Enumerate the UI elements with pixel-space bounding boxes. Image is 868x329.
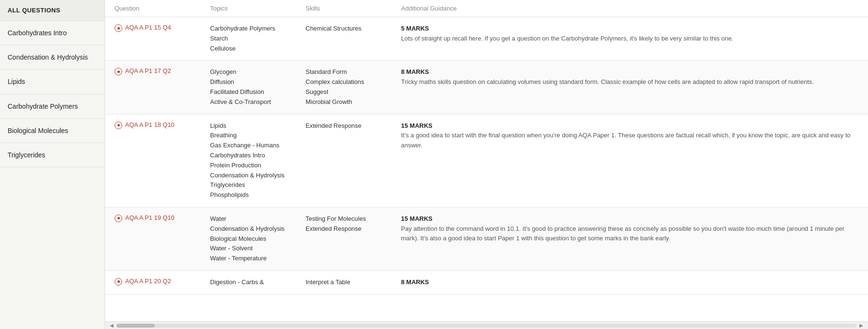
- question-icon: [115, 122, 122, 129]
- question-link[interactable]: AQA A P1 19 Q10: [115, 214, 210, 222]
- table-body: AQA A P1 15 Q4Carbohydrate PolymersStarc…: [105, 17, 868, 321]
- marks-label: 5 MARKS: [401, 24, 858, 34]
- topics-cell: LipidsBreathingGas Exchange - HumansCarb…: [210, 121, 306, 200]
- scrollbar-track: [116, 324, 857, 328]
- main-content: Question Topics Skills Additional Guidan…: [105, 0, 868, 329]
- sidebar-item-carbohydrates-intro[interactable]: Carbohydrates Intro: [0, 21, 105, 45]
- question-icon: [115, 24, 122, 32]
- guidance-text: Tricky maths skills question on calculat…: [401, 77, 858, 87]
- question-cell: AQA A P1 19 Q10: [115, 214, 210, 222]
- header-question: Question: [115, 5, 210, 12]
- skills-cell: Interpret a Table: [306, 278, 401, 288]
- sidebar-item-condensation-hydrolysis[interactable]: Condensation & Hydrolysis: [0, 45, 105, 70]
- header-topics: Topics: [210, 5, 306, 12]
- guidance-cell: 5 MARKSLots of straight up recall here. …: [401, 24, 858, 43]
- header-skills: Skills: [306, 5, 401, 12]
- table-row: AQA A P1 15 Q4Carbohydrate PolymersStarc…: [105, 17, 868, 61]
- question-icon: [115, 68, 122, 75]
- question-cell: AQA A P1 20 Q2: [115, 278, 210, 286]
- question-label: AQA A P1 18 Q10: [125, 121, 174, 128]
- bottom-scrollbar[interactable]: ◀ ▶: [105, 321, 868, 329]
- marks-label: 8 MARKS: [401, 67, 858, 77]
- question-link[interactable]: AQA A P1 18 Q10: [115, 121, 210, 129]
- guidance-text: Lots of straight up recall here. If you …: [401, 34, 858, 43]
- guidance-cell: 15 MARKSPay attention to the command wor…: [401, 214, 858, 243]
- table-row: AQA A P1 18 Q10LipidsBreathingGas Exchan…: [105, 114, 868, 207]
- guidance-cell: 8 MARKS: [401, 278, 858, 288]
- question-label: AQA A P1 15 Q4: [125, 24, 171, 31]
- marks-label: 15 MARKS: [401, 121, 858, 131]
- guidance-text: Pay attention to the command word in 10.…: [401, 224, 858, 243]
- sidebar-all-questions[interactable]: ALL QUESTIONS: [0, 0, 105, 21]
- skills-cell: Testing For MoleculesExtended Response: [306, 214, 401, 234]
- question-label: AQA A P1 20 Q2: [125, 278, 171, 285]
- question-icon: [115, 215, 122, 222]
- question-label: AQA A P1 19 Q10: [125, 214, 174, 221]
- question-label: AQA A P1 17 Q2: [125, 67, 171, 74]
- guidance-cell: 15 MARKSIt's a good idea to start with t…: [401, 121, 858, 150]
- guidance-cell: 8 MARKSTricky maths skills question on c…: [401, 67, 858, 87]
- table-row: AQA A P1 17 Q2GlycogenDiffusionFacilitat…: [105, 61, 868, 114]
- skills-cell: Chemical Structures: [306, 24, 401, 34]
- sidebar-item-lipids[interactable]: Lipids: [0, 70, 105, 94]
- table-row: AQA A P1 20 Q2Digestion - Carbs &Interpr…: [105, 271, 868, 295]
- topics-cell: Digestion - Carbs &: [210, 278, 306, 288]
- topics-cell: Carbohydrate PolymersStarchCellulose: [210, 24, 306, 53]
- topics-cell: GlycogenDiffusionFacilitated DiffusionAc…: [210, 67, 306, 107]
- skills-cell: Extended Response: [306, 121, 401, 131]
- topics-cell: WaterCondensation & HydrolysisBiological…: [210, 214, 306, 264]
- header-guidance: Additional Guidance: [401, 5, 858, 12]
- question-icon: [115, 278, 122, 286]
- question-link[interactable]: AQA A P1 15 Q4: [115, 24, 210, 32]
- question-cell: AQA A P1 17 Q2: [115, 67, 210, 75]
- scroll-left-arrow[interactable]: ◀: [107, 322, 116, 329]
- sidebar: ALL QUESTIONS Carbohydrates IntroCondens…: [0, 0, 105, 329]
- question-link[interactable]: AQA A P1 20 Q2: [115, 278, 210, 286]
- table-header: Question Topics Skills Additional Guidan…: [105, 0, 868, 17]
- scroll-right-arrow[interactable]: ▶: [857, 322, 866, 329]
- skills-cell: Standard FormComplex calculationsSuggest…: [306, 67, 401, 107]
- question-cell: AQA A P1 18 Q10: [115, 121, 210, 129]
- sidebar-item-carbohydrate-polymers[interactable]: Carbohydrate Polymers: [0, 94, 105, 119]
- scrollbar-thumb[interactable]: [116, 324, 155, 328]
- question-link[interactable]: AQA A P1 17 Q2: [115, 67, 210, 75]
- marks-label: 8 MARKS: [401, 278, 858, 288]
- sidebar-item-triglycerides[interactable]: Triglycerides: [0, 143, 105, 167]
- table-row: AQA A P1 19 Q10WaterCondensation & Hydro…: [105, 207, 868, 271]
- question-cell: AQA A P1 15 Q4: [115, 24, 210, 32]
- marks-label: 15 MARKS: [401, 214, 858, 224]
- sidebar-item-biological-molecules[interactable]: Biological Molecules: [0, 119, 105, 143]
- guidance-text: It's a good idea to start with the final…: [401, 131, 858, 150]
